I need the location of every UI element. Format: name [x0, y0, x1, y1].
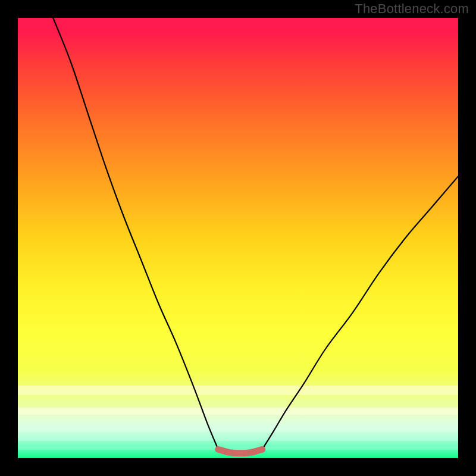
curve-valley-highlight [218, 449, 262, 453]
chart-curves-svg [18, 18, 458, 458]
watermark-text: TheBottleneck.com [355, 1, 469, 17]
curve-left-branch [53, 18, 218, 449]
curve-right-branch [262, 176, 458, 449]
chart-plot-area [18, 18, 458, 458]
